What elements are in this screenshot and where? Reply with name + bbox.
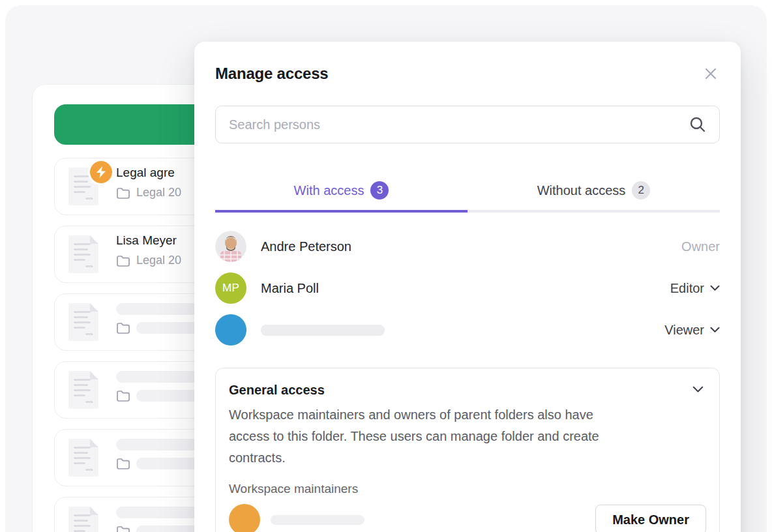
members-list: Andre Peterson Owner MP Maria Poll Edito…: [215, 226, 720, 351]
workspace-maintainers-label: Workspace maintainers: [229, 482, 706, 496]
member-role-label: Owner: [681, 239, 720, 254]
document-icon: [68, 235, 98, 273]
lightning-badge-icon: [90, 161, 112, 183]
collapse-chevron-icon[interactable]: [690, 383, 706, 398]
general-access-card: General access Workspace maintainers and…: [215, 368, 720, 532]
member-row: Andre Peterson Owner: [215, 226, 720, 267]
avatar: [229, 504, 260, 532]
document-icon: [68, 303, 98, 341]
manage-access-modal: Manage access With access 3 Without acce…: [194, 42, 741, 532]
maintainer-row: Make Owner: [229, 504, 706, 532]
tab-label: With access: [294, 183, 364, 198]
tab-with-access[interactable]: With access 3: [215, 162, 468, 213]
folder-icon: [116, 321, 130, 334]
tab-label: Without access: [537, 183, 626, 198]
member-row: Viewer: [215, 309, 720, 351]
document-icon: [68, 507, 98, 532]
modal-title: Manage access: [215, 65, 329, 83]
general-access-title: General access: [229, 383, 325, 398]
document-folder: Legal 20: [136, 186, 181, 200]
member-row: MP Maria Poll Editor: [215, 267, 720, 309]
folder-icon: [116, 457, 130, 469]
role-dropdown[interactable]: Editor: [670, 281, 720, 296]
chevron-down-icon: [710, 327, 720, 333]
tab-count-badge: 2: [632, 181, 650, 200]
tab-without-access[interactable]: Without access 2: [468, 162, 720, 213]
role-value: Viewer: [664, 323, 704, 338]
document-icon: [68, 439, 98, 477]
close-icon[interactable]: [702, 65, 720, 83]
chevron-down-icon: [710, 285, 720, 291]
avatar: MP: [215, 273, 246, 304]
document-title: Lisa Meyer: [116, 233, 177, 248]
document-icon: [68, 371, 98, 409]
member-name: Maria Poll: [261, 281, 319, 296]
access-tabs: With access 3 Without access 2: [215, 162, 720, 213]
search-box: [215, 106, 720, 143]
general-access-description: Workspace maintainers and owners of pare…: [229, 404, 706, 469]
screen: Legal agre Legal 20 Lisa Meyer Legal 20: [0, 0, 772, 532]
role-dropdown[interactable]: Viewer: [664, 323, 720, 338]
folder-icon: [116, 186, 130, 199]
avatar: [215, 231, 246, 262]
search-icon: [689, 116, 706, 133]
folder-icon: [116, 254, 130, 267]
document-title: Legal agre: [116, 166, 175, 180]
tab-count-badge: 3: [370, 181, 389, 200]
member-name: Andre Peterson: [261, 239, 351, 254]
make-owner-button[interactable]: Make Owner: [595, 505, 706, 532]
document-folder: Legal 20: [136, 254, 181, 267]
document-icon: [68, 168, 98, 205]
search-input[interactable]: [229, 117, 689, 132]
member-name-skeleton: [261, 325, 385, 336]
folder-icon: [116, 389, 130, 402]
folder-icon: [116, 525, 130, 532]
role-value: Editor: [670, 281, 704, 296]
avatar: [215, 314, 246, 346]
maintainer-name-skeleton: [271, 515, 364, 525]
